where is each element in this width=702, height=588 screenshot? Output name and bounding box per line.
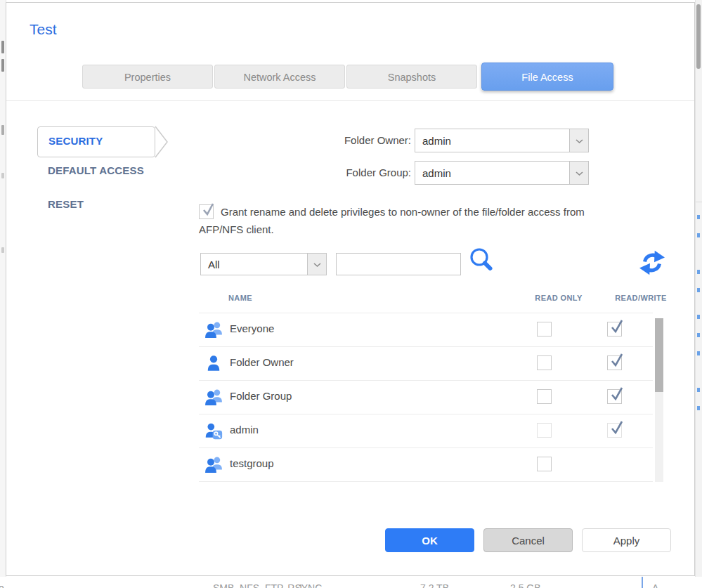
row-name: Folder Group (230, 390, 292, 402)
search-input[interactable] (336, 253, 461, 275)
grant-privileges-checkbox[interactable] (199, 204, 214, 219)
group-icon (204, 320, 223, 339)
row-name: testgroup (230, 457, 274, 469)
scrollbar-thumb[interactable] (696, 4, 701, 69)
folder-owner-label: Folder Owner: (313, 134, 411, 146)
read-only-checkbox[interactable] (537, 389, 552, 404)
access-list: EveryoneFolder OwnerFolder Groupadmintes… (199, 313, 653, 482)
table-row: testgroup (199, 448, 653, 482)
sidebar-item-default-access[interactable]: DEFAULT ACCESS (48, 164, 144, 176)
folder-owner-select[interactable]: admin (415, 129, 589, 152)
breadcrumb-arrow-icon (155, 126, 170, 158)
read-write-checkbox[interactable] (607, 389, 622, 404)
folder-group-select[interactable]: admin (415, 161, 589, 185)
folder-owner-value: admin (422, 135, 451, 147)
tab-divider (6, 100, 694, 101)
background-row-text: 7.2 TB (420, 582, 449, 588)
tab-properties[interactable]: Properties (82, 65, 213, 89)
chevron-down-icon (569, 162, 588, 184)
group-icon (204, 388, 223, 406)
table-row: Folder Owner (199, 347, 653, 381)
background-page-scrollbar[interactable] (695, 0, 702, 577)
row-name: admin (230, 424, 259, 436)
group-icon (204, 455, 223, 473)
column-header-read-write: READ/WRITE (602, 294, 680, 302)
background-row-text: A (652, 582, 658, 588)
list-scrollbar[interactable] (655, 318, 663, 482)
table-row: Everyone (199, 313, 653, 347)
row-name: Folder Owner (230, 356, 294, 368)
filter-type-select[interactable]: All (200, 253, 327, 275)
folder-group-label: Folder Group: (313, 166, 411, 178)
column-header-name: NAME (228, 294, 252, 302)
read-only-checkbox[interactable] (537, 355, 552, 370)
ok-button[interactable]: OK (385, 528, 474, 552)
admin-user-icon (204, 422, 223, 440)
grant-privileges-text: Grant rename and delete privileges to no… (199, 206, 585, 235)
background-row-divider (642, 577, 643, 588)
read-only-checkbox[interactable] (537, 322, 552, 337)
background-table-row: oSMB, NFS, FTP, RSYNC17.2 TB2.5 GBA (0, 577, 702, 588)
sidebar-item-reset[interactable]: RESET (48, 198, 84, 210)
grant-privileges-row: Grant rename and delete privileges to no… (199, 203, 663, 238)
table-row: admin (199, 414, 653, 448)
read-write-checkbox[interactable] (607, 423, 622, 438)
dialog-title: Test (30, 21, 57, 38)
list-scrollbar-thumb[interactable] (655, 318, 663, 392)
sidebar-item-security[interactable]: SECURITY (37, 126, 155, 157)
sidebar-item-label: SECURITY (48, 135, 103, 147)
search-icon[interactable] (468, 246, 498, 277)
chevron-down-icon (307, 254, 326, 275)
table-row: Folder Group (199, 381, 653, 414)
column-header-read-only: READ ONLY (526, 294, 591, 302)
row-name: Everyone (230, 322, 274, 334)
tab-file-access[interactable]: File Access (481, 63, 613, 91)
background-row-text: o (0, 582, 4, 588)
read-write-checkbox[interactable] (607, 355, 622, 370)
chevron-down-icon (569, 129, 588, 152)
cancel-button[interactable]: Cancel (483, 528, 573, 552)
background-row-text: 2.5 GB (510, 582, 541, 588)
read-write-checkbox[interactable] (607, 322, 622, 337)
folder-group-value: admin (422, 167, 451, 179)
tab-snapshots[interactable]: Snapshots (346, 65, 477, 89)
read-only-checkbox[interactable] (537, 423, 552, 438)
background-row-text: SMB, NFS, FTP, RSYNC (213, 582, 322, 588)
background-row-text: 1 (298, 582, 304, 588)
tab-network-access[interactable]: Network Access (214, 65, 345, 89)
read-only-checkbox[interactable] (537, 457, 552, 471)
apply-button[interactable]: Apply (582, 528, 671, 552)
user-icon (204, 354, 223, 372)
filter-type-value: All (208, 259, 220, 270)
share-settings-dialog: Test PropertiesNetwork AccessSnapshotsFi… (6, 2, 695, 576)
refresh-icon[interactable] (639, 250, 665, 275)
